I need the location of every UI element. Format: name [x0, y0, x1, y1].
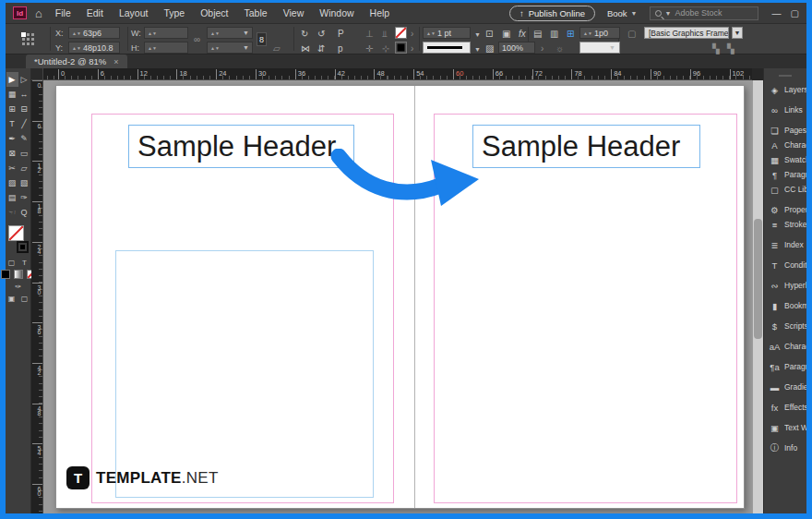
x-field[interactable]: ▲▼ 63p6: [68, 27, 120, 39]
panel-paragra[interactable]: ¶Paragra: [764, 167, 806, 182]
expand-icon[interactable]: ›: [541, 42, 543, 54]
menu-edit[interactable]: Edit: [87, 7, 103, 18]
panel-gradien[interactable]: ▬Gradien: [764, 380, 806, 394]
adobe-stock-search[interactable]: ▼: [650, 6, 758, 20]
zoom-tool[interactable]: Q: [18, 205, 30, 220]
fill-color-swatch[interactable]: [395, 42, 407, 54]
search-input[interactable]: [675, 8, 745, 18]
scrollbar-thumb[interactable]: [754, 219, 762, 339]
stepper-icon[interactable]: ▲▼: [72, 31, 81, 35]
panel-options-icon[interactable]: ▚: [712, 42, 720, 54]
content-collector-tool[interactable]: ⊞: [6, 102, 18, 116]
panel-conditio[interactable]: TConditio: [764, 258, 806, 272]
document-tab[interactable]: *Untitled-2 @ 81% ×: [26, 54, 127, 68]
expand-icon[interactable]: ›: [411, 42, 413, 54]
left-header-text-frame[interactable]: Sample Header: [128, 125, 354, 168]
w-field[interactable]: ▲▼: [144, 27, 188, 39]
stepper-icon[interactable]: ▲▼: [210, 46, 220, 50]
rotate-ccw-icon[interactable]: ↺: [317, 28, 325, 40]
h-field[interactable]: ▲▼: [144, 42, 188, 54]
pasteboard[interactable]: Sample Header Sample Header T TEMPLATE.N…: [43, 80, 752, 513]
stepper-icon[interactable]: ▲▼: [148, 46, 157, 50]
formatting-container-icon[interactable]: ▢: [7, 258, 17, 267]
scale-y-combo[interactable]: ▲▼ ▼: [207, 42, 253, 54]
frame-tool[interactable]: ⊠: [6, 146, 18, 161]
opacity-field[interactable]: 100%: [498, 42, 535, 54]
formatting-text-icon[interactable]: T: [20, 258, 30, 267]
flip-horizontal-icon[interactable]: ⋈: [301, 42, 310, 54]
fill-none-swatch[interactable]: [8, 225, 24, 241]
panel-cc-libr[interactable]: ▢CC Libr: [764, 182, 806, 197]
content-placer-tool[interactable]: ⊟: [18, 102, 30, 116]
scale-x-combo[interactable]: ▲▼ ▼: [207, 27, 253, 39]
screen-mode-preview-button[interactable]: ▢: [20, 294, 30, 303]
y-field[interactable]: ▲▼ 48p10.8: [68, 42, 120, 54]
book-dropdown[interactable]: Book ▼: [607, 8, 638, 18]
chevron-down-icon[interactable]: ▼: [474, 31, 481, 38]
drop-shadow-icon[interactable]: ☼: [555, 42, 564, 54]
panel-swatche[interactable]: ▦Swatche: [764, 152, 806, 167]
stroke-style-dropdown[interactable]: [423, 42, 471, 54]
menu-layout[interactable]: Layout: [119, 7, 149, 18]
chevron-down-icon[interactable]: ▼: [474, 46, 481, 53]
panel-stroke[interactable]: ≡Stroke: [764, 217, 806, 232]
panel-hyperli[interactable]: ∾Hyperli: [764, 278, 806, 293]
menu-window[interactable]: Window: [319, 7, 353, 18]
scissors-tool[interactable]: ✂: [6, 161, 18, 175]
empty-content-frame[interactable]: [115, 250, 374, 498]
rotate-cw-icon[interactable]: ↻: [301, 28, 308, 40]
panel-properti[interactable]: ⚙Properti: [764, 202, 806, 217]
eyedropper-tool[interactable]: ✑: [18, 190, 30, 205]
hand-tool[interactable]: ☜: [6, 205, 18, 220]
object-style-dropdown[interactable]: [Basic Graphics Frame]: [644, 27, 729, 39]
text-wrap-none-icon[interactable]: ▤: [533, 28, 542, 40]
close-icon[interactable]: ×: [113, 57, 118, 66]
menu-object[interactable]: Object: [200, 7, 228, 18]
fitting-dropdown[interactable]: ▼: [579, 42, 620, 54]
panel-info[interactable]: ⓘInfo: [764, 441, 806, 455]
corner-radius-field[interactable]: ▲▼ 1p0: [579, 27, 620, 39]
stepper-icon[interactable]: ▲▼: [426, 31, 436, 35]
note-tool[interactable]: ▤: [6, 190, 18, 205]
panel-effects[interactable]: fxEffects: [764, 400, 806, 415]
stepper-icon[interactable]: ▲▼: [210, 31, 220, 35]
corner-options-icon[interactable]: ▢: [627, 28, 636, 40]
view-options-icon[interactable]: ✑: [14, 282, 23, 291]
vertical-scrollbar[interactable]: [752, 80, 763, 513]
fill-stroke-swatches[interactable]: [8, 225, 29, 253]
stepper-icon[interactable]: ▲▼: [583, 31, 592, 35]
screen-mode-normal-button[interactable]: ▣: [7, 294, 17, 303]
text-wrap-bounding-icon[interactable]: ▥: [550, 28, 558, 40]
spread[interactable]: Sample Header Sample Header T TEMPLATE.N…: [55, 85, 745, 509]
restore-button[interactable]: ▢: [791, 8, 799, 18]
panel-layers[interactable]: ◈Layers: [764, 82, 806, 97]
panel-text-wr[interactable]: ▣Text Wr: [764, 420, 806, 435]
menu-file[interactable]: File: [55, 7, 71, 18]
panel-scripts[interactable]: $Scripts: [764, 319, 806, 333]
dock-grip-icon[interactable]: [779, 75, 792, 77]
minimize-button[interactable]: —: [772, 8, 782, 18]
effects-fx-icon[interactable]: fx: [519, 28, 526, 40]
pen-tool[interactable]: ✒: [6, 131, 18, 146]
fit-frame-icon[interactable]: ▣: [502, 28, 510, 40]
publish-online-button[interactable]: ↑ Publish Online: [509, 6, 595, 21]
menu-type[interactable]: Type: [163, 7, 185, 18]
stepper-icon[interactable]: ▲▼: [148, 31, 157, 35]
right-header-text-frame[interactable]: Sample Header: [472, 125, 700, 168]
gap-tool[interactable]: ↔: [18, 87, 30, 102]
selection-tool[interactable]: ▶: [6, 72, 18, 87]
stroke-color-swatch-none[interactable]: [395, 27, 407, 39]
apply-gradient-button[interactable]: [14, 270, 23, 279]
stroke-black-swatch[interactable]: [17, 241, 29, 253]
apply-color-button[interactable]: [1, 270, 10, 279]
distribute-icon[interactable]: ⫫: [382, 28, 388, 40]
reference-point-proxy[interactable]: [22, 33, 35, 46]
flip-vertical-icon[interactable]: ⇵: [317, 42, 325, 54]
pencil-tool[interactable]: ✎: [18, 131, 30, 146]
home-icon[interactable]: ⌂: [35, 6, 42, 20]
blue-curved-arrow[interactable]: [329, 149, 484, 210]
line-tool[interactable]: ╱: [18, 116, 30, 131]
type-tool[interactable]: T: [6, 116, 18, 131]
panel-index[interactable]: ≣Index: [764, 237, 806, 252]
gradient-tool[interactable]: ▨: [6, 175, 18, 190]
